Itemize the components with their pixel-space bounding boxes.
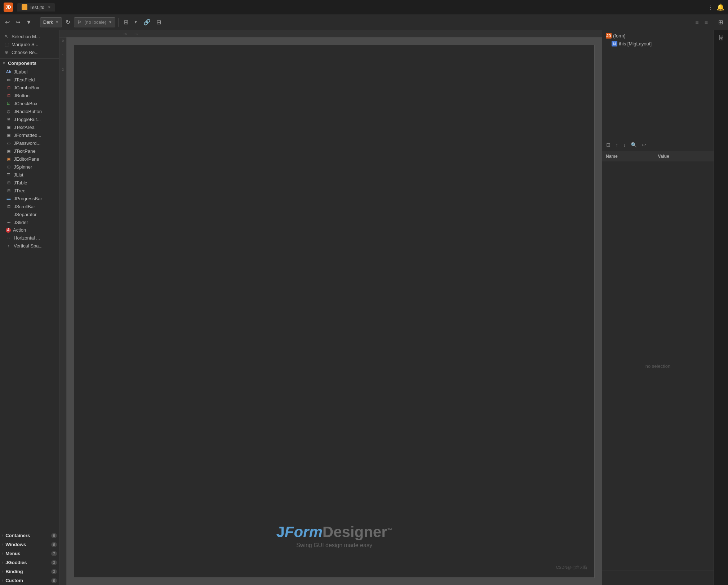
menus-section[interactable]: › Menus 7 [0,549,59,558]
align-bottom-button[interactable]: ≡ [702,18,710,27]
properties-header: Name Value [602,151,714,161]
binding-section[interactable]: › Binding 3 [0,567,59,576]
jtable-icon: ⊞ [6,180,12,186]
right-panel: JD (form) M this [MigLayout] ⊡ ↑ ↓ 🔍 ↩ N… [602,30,714,585]
marquee-icon: ⬚ [4,41,9,47]
jtextpane-icon: ▣ [6,148,12,154]
layout-label: this [MigLayout] [619,41,652,46]
toolbar-sep-3 [713,18,713,27]
link-button[interactable]: 🔗 [141,17,153,27]
binding-arrow-icon: › [2,570,3,573]
props-filter-button[interactable]: ⊡ [604,141,612,149]
component-jtree[interactable]: ⊟ JTree [0,187,59,195]
components-arrow-icon: ▼ [2,61,6,65]
component-jlabel[interactable]: Ab JLabel [0,68,59,76]
component-jslider[interactable]: ⊸ JSlider [0,218,59,226]
close-tab-button[interactable]: × [48,5,50,10]
action-icon: A [6,228,11,233]
tree-layout-item[interactable]: M this [MigLayout] [609,40,712,48]
menus-badge: 7 [51,551,57,556]
custom-arrow-icon: › [2,579,3,582]
app-logo: JD [4,3,13,12]
logo-designer: Designer [323,523,387,540]
database-button[interactable]: 🗄 [716,33,726,43]
components-section-header[interactable]: ▼ Components [0,59,59,68]
menus-arrow-icon: › [2,551,3,555]
custom-section[interactable]: › Custom 0 [0,576,59,585]
components-section-label: Components [8,61,36,66]
vspacer-icon: ↕ [6,243,12,249]
palette-arrow-button[interactable]: ▼ [132,19,140,26]
choose-beans-tool[interactable]: ⊕ Choose Be... [1,48,58,56]
component-jcombobox[interactable]: ⊡ JComboBox [0,84,59,91]
component-jscrollbar[interactable]: ⊡ JScrollBar [0,202,59,210]
toolbar-sep-1 [37,18,37,27]
component-action[interactable]: A Action [0,226,59,234]
component-jtogglebutton[interactable]: ⊠ JToggleBut... [0,115,59,123]
component-jtextpane[interactable]: ▣ JTextPane [0,147,59,155]
bottom-sections: › Containers 9 › Windows 6 › Menus 7 › J… [0,531,59,585]
palette-button[interactable]: ⊞ [121,17,130,27]
component-jlist[interactable]: ☰ JList [0,171,59,179]
component-jbutton[interactable]: ⊡ JButton [0,91,59,99]
jcheckbox-icon: ☑ [6,101,12,106]
redo-button[interactable]: ↪ [13,17,22,27]
notifications-button[interactable]: 🔔 [716,3,724,11]
component-jpassword[interactable]: ▭ JPassword... [0,139,59,147]
locale-arrow: ▼ [108,20,112,24]
component-jspinner[interactable]: ⊞ JSpinner [0,163,59,171]
props-sort-asc-button[interactable]: ↑ [614,141,620,149]
marquee-tool[interactable]: ⬚ Marquee S... [1,40,58,48]
choose-beans-icon: ⊕ [4,49,9,55]
component-jeditorpane[interactable]: ▣ JEditorPane [0,155,59,163]
component-jradiobutton[interactable]: ◎ JRadioButton [0,107,59,115]
refresh-button[interactable]: ↻ [63,17,72,27]
component-jtable[interactable]: ⊞ JTable [0,179,59,187]
file-icon [22,4,27,10]
jformdesigner-logo: JFormDesigner™ Swing GUI design made eas… [276,523,392,549]
theme-label: Dark [43,19,53,25]
design-canvas[interactable]: JFormDesigner™ Swing GUI design made eas… [67,37,602,585]
theme-dropdown[interactable]: Dark ▼ [40,17,62,27]
jtree-icon: ⊟ [6,188,12,193]
component-jtextarea[interactable]: ▣ JTextArea [0,123,59,131]
toolbar-right: ≡ ≡ ⊞ [693,17,725,27]
history-button[interactable]: ▼ [24,18,34,27]
component-jformattedtf[interactable]: ▣ JFormatted... [0,131,59,139]
component-hspacer[interactable]: ↔ Horizontal ... [0,234,59,242]
props-name-header: Name [606,154,658,159]
grid-button[interactable]: ⊟ [154,17,163,27]
undo-button[interactable]: ↩ [3,17,12,27]
tree-form-item[interactable]: JD (form) [604,32,712,40]
props-sort-desc-button[interactable]: ↓ [621,141,627,149]
component-jtextfield[interactable]: ▭ JTextField [0,76,59,84]
file-tab[interactable]: Test.jfd × [17,3,55,12]
sidebar-icons: 🗄 [714,30,728,585]
component-jseparator[interactable]: — JSeparator [0,210,59,218]
no-selection-label: no selection [645,363,670,369]
component-jcheckbox[interactable]: ☑ JCheckBox [0,99,59,107]
properties-toolbar: ⊡ ↑ ↓ 🔍 ↩ [602,138,714,151]
props-search-button[interactable]: 🔍 [629,141,639,149]
jgoodies-section[interactable]: › JGoodies 3 [0,558,59,567]
containers-badge: 9 [51,533,57,538]
logo-subtitle: Swing GUI design made easy [276,542,392,549]
form-icon: JD [606,33,612,39]
align-top-button[interactable]: ≡ [693,18,701,27]
locale-flag-icon: 🏳 [77,19,82,25]
component-vspacer[interactable]: ↕ Vertical Spa... [0,242,59,250]
selection-label: Selection M... [12,34,40,39]
canvas-inner: JFormDesigner™ Swing GUI design made eas… [74,45,595,578]
windows-section[interactable]: › Windows 6 [0,540,59,549]
jtextfield-icon: ▭ [6,77,12,82]
props-value-header: Value [658,154,710,159]
miglayout-icon: M [612,41,617,46]
component-jprogressbar[interactable]: ▬ JProgressBar [0,195,59,202]
locale-dropdown[interactable]: 🏳 (no locale) ▼ [74,17,115,27]
more-options-button[interactable]: ⋮ [707,3,714,11]
layout-button[interactable]: ⊞ [716,17,725,27]
containers-section[interactable]: › Containers 9 [0,531,59,540]
props-undo-button[interactable]: ↩ [640,141,648,149]
jslider-icon: ⊸ [6,219,12,225]
selection-tool[interactable]: ↖ Selection M... [1,32,58,40]
